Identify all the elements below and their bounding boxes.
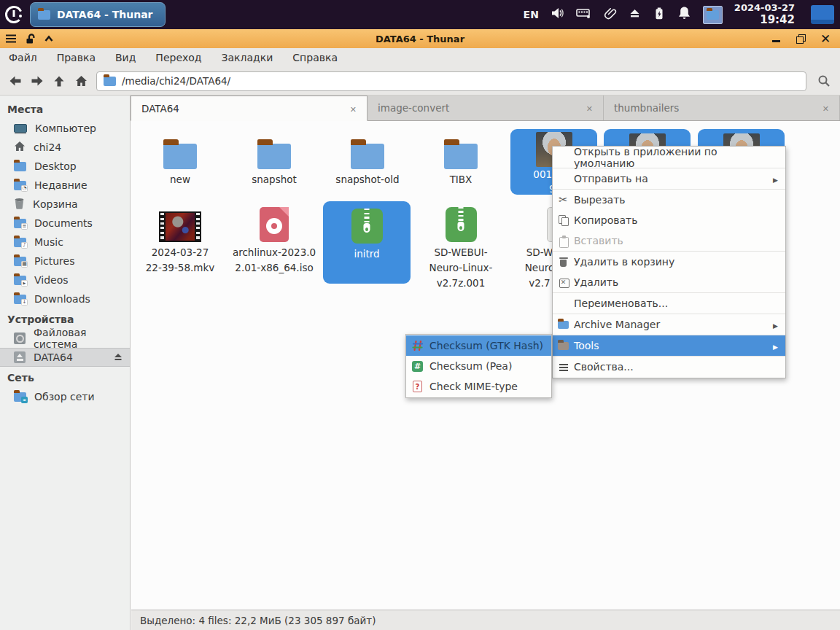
clock[interactable]: 2024-03-27 19:42: [734, 3, 795, 26]
tab-close-icon[interactable]: [822, 102, 829, 114]
sidebar-item-label: DATA64: [34, 351, 73, 363]
titlebar-right-controls: [767, 31, 840, 47]
home-icon: [14, 141, 26, 154]
volume-icon[interactable]: [551, 7, 564, 23]
files-tray-icon[interactable]: [703, 6, 723, 24]
menu-help[interactable]: Справка: [292, 52, 338, 63]
tab-close-icon[interactable]: [586, 102, 593, 114]
sidebar-item-recent[interactable]: Недавние: [0, 176, 130, 195]
menu-item-label: Удалить в корзину: [574, 256, 778, 268]
sidebar-item-trash[interactable]: Корзина: [0, 195, 130, 214]
music-emblem-icon: [21, 242, 28, 249]
sticky-lock-icon[interactable]: [22, 31, 38, 46]
menu-go[interactable]: Переход: [155, 52, 201, 63]
menu-item-cut[interactable]: Вырезать: [553, 190, 785, 210]
menu-file[interactable]: Файл: [9, 52, 37, 63]
show-desktop-button[interactable]: [811, 5, 834, 24]
menu-item-rename[interactable]: Переименовать...: [553, 293, 785, 314]
file-item-initrd[interactable]: initrd: [323, 201, 411, 284]
clock-time: 19:42: [734, 14, 795, 26]
sidebar-item-data64[interactable]: DATA64: [0, 348, 130, 367]
tab-close-icon[interactable]: [350, 103, 357, 114]
sidebar-item-network-browse[interactable]: Обзор сети: [0, 387, 130, 406]
menu-item-tools[interactable]: Tools: [553, 335, 785, 356]
menu-item-properties[interactable]: Свойства...: [553, 357, 785, 377]
submenu-item-checksum-gtkhash[interactable]: Checksum (GTK Hash): [406, 335, 551, 356]
window-menu-icon[interactable]: [3, 31, 19, 46]
path-bar[interactable]: /media/chi24/DATA64/: [96, 71, 806, 91]
close-button[interactable]: [817, 31, 834, 47]
trash-icon: [557, 256, 569, 268]
sidebar-item-pictures[interactable]: Pictures: [0, 252, 130, 271]
tab-data64[interactable]: DATA64: [131, 96, 368, 121]
eject-icon[interactable]: [629, 7, 641, 22]
taskbar-window-button[interactable]: DATA64 - Thunar: [30, 2, 166, 27]
sidebar-item-videos[interactable]: Videos: [0, 271, 130, 289]
desktop-folder-icon: [14, 162, 26, 171]
eject-icon[interactable]: [113, 352, 123, 364]
file-item-iso[interactable]: archlinux-2023.0 2.01-x86_64.iso: [229, 203, 319, 276]
top-panel: DATA64 - Thunar EN: [0, 0, 840, 29]
properties-icon: [557, 361, 569, 373]
maximize-button[interactable]: [792, 31, 809, 47]
submenu-item-checksum-pea[interactable]: Checksum (Pea): [406, 356, 551, 376]
menu-item-send-to[interactable]: Отправить на: [553, 168, 785, 189]
zip-archive-icon: [446, 207, 477, 242]
file-item-snapshot[interactable]: snapshot: [229, 130, 319, 187]
file-label: archlinux-2023.0 2.01-x86_64.iso: [233, 245, 316, 276]
sidebar-item-music[interactable]: Music: [0, 233, 130, 252]
menu-item-label: Archive Manager: [574, 319, 769, 330]
menu-item-move-to-trash[interactable]: Удалить в корзину: [553, 252, 785, 272]
app-menu-logo-icon[interactable]: [2, 2, 27, 27]
sidebar-header-network: Сеть: [0, 367, 130, 387]
forward-icon[interactable]: [26, 70, 48, 92]
menu-view[interactable]: Вид: [115, 52, 136, 63]
menu-item-label: Вырезать: [574, 194, 778, 206]
sidebar-item-label: Корзина: [33, 198, 78, 210]
gtkhash-icon: [411, 340, 424, 352]
menu-item-open-default[interactable]: Открыть в приложении по умолчанию: [553, 147, 785, 168]
file-item-7z001[interactable]: SD-WEBUI- Neuro-Linux- v2.7z.001: [416, 203, 506, 291]
sidebar-item-filesystem[interactable]: Файловая система: [0, 329, 130, 348]
menu-item-label: Check MIME-type: [429, 381, 544, 392]
menu-bookmarks[interactable]: Закладки: [222, 52, 273, 63]
file-item-snapshot-old[interactable]: snapshot-old: [322, 130, 413, 187]
tab-thumbnailers[interactable]: thumbnailers: [604, 96, 840, 120]
menu-item-archive-manager[interactable]: Archive Manager: [553, 314, 785, 335]
tab-image-convert[interactable]: image-convert: [368, 96, 604, 120]
menu-item-label: Свойства...: [574, 361, 778, 373]
menu-item-delete[interactable]: Удалить: [553, 272, 785, 292]
file-item-mkv[interactable]: 2024-03-27 22-39-58.mkv: [135, 203, 225, 276]
sidebar-item-desktop[interactable]: Desktop: [0, 157, 130, 176]
search-icon[interactable]: [812, 70, 836, 92]
up-icon[interactable]: [48, 70, 70, 92]
minimize-button[interactable]: [767, 31, 785, 47]
sidebar-item-documents[interactable]: Documents: [0, 214, 130, 233]
no-icon: [557, 298, 569, 310]
tools-submenu: Checksum (GTK Hash) Checksum (Pea) Check…: [405, 334, 552, 398]
shade-icon[interactable]: [41, 31, 57, 46]
sidebar-item-home[interactable]: chi24: [0, 138, 130, 157]
keyboard-layout-indicator[interactable]: EN: [524, 9, 539, 20]
zip-archive-icon: [351, 209, 383, 244]
menu-edit[interactable]: Правка: [57, 52, 96, 63]
downloads-folder-icon: [14, 295, 26, 304]
network-folder-icon: [14, 392, 26, 402]
battery-icon[interactable]: [653, 7, 666, 23]
file-label: SD-W Neuro v2.7: [525, 245, 554, 291]
back-icon[interactable]: [4, 70, 26, 92]
menu-item-copy[interactable]: Копировать: [553, 210, 785, 230]
file-item-tibx[interactable]: TIBX: [416, 130, 506, 187]
paperclip-icon[interactable]: [604, 7, 617, 23]
sidebar-item-computer[interactable]: Компьютер: [0, 119, 130, 138]
submenu-item-check-mime[interactable]: Check MIME-type: [406, 376, 551, 397]
file-label: new: [170, 172, 190, 187]
sidebar-item-downloads[interactable]: Downloads: [0, 289, 130, 308]
notifications-bell-icon[interactable]: [677, 6, 691, 23]
clock-date: 2024-03-27: [734, 3, 795, 14]
toolbar: /media/chi24/DATA64/: [0, 67, 840, 96]
window-titlebar[interactable]: DATA64 - Thunar: [0, 29, 840, 48]
file-item-new[interactable]: new: [135, 130, 225, 187]
keyboard-indicator-icon[interactable]: [576, 7, 592, 23]
home-icon[interactable]: [70, 70, 92, 92]
